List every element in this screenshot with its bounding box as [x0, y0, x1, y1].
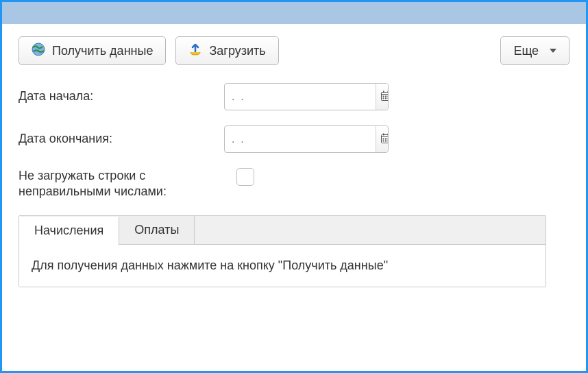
calendar-icon: [380, 91, 389, 104]
start-date-field: [224, 83, 389, 110]
globe-icon: [32, 43, 45, 60]
svg-rect-18: [383, 140, 384, 141]
chevron-down-icon: [550, 49, 556, 53]
skip-bad-rows-label: Не загружать строки с неправильными числ…: [19, 168, 224, 200]
svg-rect-3: [383, 91, 384, 93]
skip-bad-rows-checkbox[interactable]: [236, 168, 254, 186]
tab-payments[interactable]: Оплаты: [119, 216, 195, 244]
start-date-input[interactable]: [225, 84, 376, 110]
svg-rect-13: [383, 133, 384, 135]
svg-rect-8: [383, 97, 384, 99]
svg-rect-14: [388, 133, 389, 135]
svg-rect-17: [388, 138, 389, 139]
upload-label: Загрузить: [209, 44, 265, 58]
tab-charges-label: Начисления: [34, 224, 103, 237]
end-date-row: Дата окончания:: [19, 125, 569, 153]
svg-point-0: [32, 43, 45, 56]
skip-bad-rows-row: Не загружать строки с неправильными числ…: [19, 168, 569, 200]
dialog-window: Получить данные Загрузить Еще Дата начал…: [0, 0, 588, 373]
more-label: Еще: [513, 44, 539, 58]
svg-rect-10: [388, 97, 389, 99]
start-date-label: Дата начала:: [19, 88, 224, 104]
get-data-label: Получить данные: [52, 44, 153, 58]
start-date-row: Дата начала:: [19, 83, 569, 110]
calendar-icon: [380, 133, 389, 146]
charges-hint-text: Для получения данных нажмите на кнопку "…: [32, 258, 388, 272]
svg-rect-4: [388, 91, 389, 93]
get-data-button[interactable]: Получить данные: [19, 36, 166, 65]
svg-rect-6: [385, 95, 387, 97]
start-date-picker-button[interactable]: [376, 84, 389, 110]
svg-rect-16: [385, 138, 387, 139]
more-button[interactable]: Еще: [500, 36, 569, 65]
end-date-input[interactable]: [225, 126, 376, 152]
window-titlebar[interactable]: [2, 2, 586, 24]
svg-rect-11: [382, 134, 389, 143]
svg-rect-19: [385, 140, 387, 141]
svg-rect-20: [388, 140, 389, 141]
tabs-container: Начисления Оплаты Для получения данных н…: [19, 215, 546, 287]
svg-rect-5: [383, 95, 384, 97]
tab-payments-label: Оплаты: [134, 223, 179, 237]
tab-charges-body: Для получения данных нажмите на кнопку "…: [19, 245, 546, 287]
end-date-picker-button[interactable]: [376, 126, 389, 152]
svg-rect-1: [382, 92, 389, 100]
toolbar: Получить данные Загрузить Еще: [19, 36, 569, 65]
svg-rect-9: [385, 97, 387, 99]
upload-button[interactable]: Загрузить: [175, 36, 278, 65]
tabstrip: Начисления Оплаты: [19, 216, 546, 245]
tab-charges[interactable]: Начисления: [19, 217, 119, 245]
dialog-content: Получить данные Загрузить Еще Дата начал…: [2, 24, 586, 371]
svg-rect-7: [388, 95, 389, 97]
upload-icon: [188, 43, 202, 60]
end-date-label: Дата окончания:: [19, 131, 224, 147]
end-date-field: [224, 125, 389, 153]
svg-rect-15: [383, 138, 384, 139]
